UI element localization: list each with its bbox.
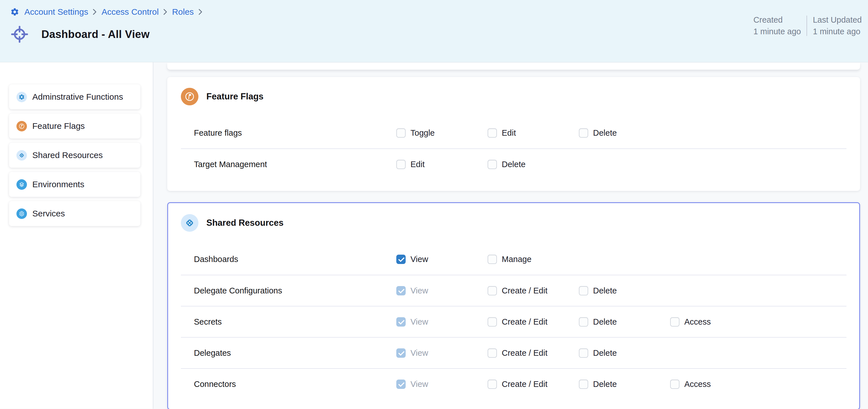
delete-checkbox[interactable] xyxy=(579,286,588,296)
permission-create-edit: Create / Edit xyxy=(488,379,579,389)
create-edit-checkbox[interactable] xyxy=(488,379,497,389)
permission-access: Access xyxy=(670,317,762,327)
resource-row-delegates: DelegatesViewCreate / EditDelete xyxy=(181,337,846,368)
delete-checkbox[interactable] xyxy=(579,379,588,389)
manage-checkbox[interactable] xyxy=(488,254,497,264)
create-edit-checkbox[interactable] xyxy=(488,348,497,358)
permission-label[interactable]: View xyxy=(410,254,428,264)
chevron-right-icon xyxy=(93,8,97,15)
permission-label[interactable]: Edit xyxy=(410,160,425,169)
permission-label[interactable]: Delete xyxy=(593,317,617,327)
crosshair-icon xyxy=(10,25,29,44)
section-title: Shared Resources xyxy=(206,218,283,228)
permission-label[interactable]: Access xyxy=(684,379,711,389)
sidebar-item-feature-flags[interactable]: Feature Flags xyxy=(9,113,140,138)
permission-label[interactable]: Delete xyxy=(593,128,617,138)
view-checkbox xyxy=(396,286,406,296)
edit-checkbox[interactable] xyxy=(488,128,497,138)
delete-checkbox[interactable] xyxy=(579,348,588,358)
delete-checkbox[interactable] xyxy=(488,160,497,169)
permission-label[interactable]: Delete xyxy=(502,160,526,169)
permission-label[interactable]: Create / Edit xyxy=(502,379,548,389)
permission-delete: Delete xyxy=(579,317,670,327)
sidebar: Adminstrative FunctionsFeature FlagsShar… xyxy=(0,62,153,409)
permission-create-edit: Create / Edit xyxy=(488,348,579,358)
resource-label: Feature flags xyxy=(194,128,396,138)
edit-checkbox[interactable] xyxy=(396,160,406,169)
resource-row-target-management: Target ManagementEditDelete xyxy=(181,148,846,179)
resource-label: Delegate Configurations xyxy=(194,286,396,296)
permission-view: View xyxy=(396,254,488,264)
permission-view: View xyxy=(396,317,488,327)
sidebar-item-label: Feature Flags xyxy=(32,121,85,131)
permission-label[interactable]: Delete xyxy=(593,379,617,389)
permission-label[interactable]: Manage xyxy=(502,254,531,264)
created-updated-panel: Created1 minute agoLast Updated1 minute … xyxy=(748,14,867,37)
hexagon-icon xyxy=(17,208,27,219)
section-header: Shared Resources xyxy=(181,213,846,232)
sidebar-item-services[interactable]: Services xyxy=(9,201,140,226)
delete-checkbox[interactable] xyxy=(579,317,588,327)
permission-delete: Delete xyxy=(579,128,670,138)
permission-create-edit: Create / Edit xyxy=(488,286,579,296)
permission-label[interactable]: Delete xyxy=(593,286,617,296)
sidebar-item-shared-resources[interactable]: Shared Resources xyxy=(9,143,140,168)
section-title: Feature Flags xyxy=(206,92,264,102)
meta-last-updated: Last Updated1 minute ago xyxy=(807,14,867,37)
resource-label: Delegates xyxy=(194,348,396,358)
resource-label: Connectors xyxy=(194,379,396,389)
section-header: Feature Flags xyxy=(181,87,846,106)
page-title: Dashboard - All View xyxy=(41,28,150,40)
view-checkbox xyxy=(396,317,406,327)
permission-label[interactable]: Create / Edit xyxy=(502,286,548,296)
breadcrumb-link-roles[interactable]: Roles xyxy=(172,7,194,17)
breadcrumb-link-access-control[interactable]: Access Control xyxy=(101,7,159,17)
resource-row-feature-flags: Feature flagsToggleEditDelete xyxy=(181,117,846,148)
layers-icon xyxy=(17,179,27,190)
access-checkbox[interactable] xyxy=(670,379,680,389)
resource-label: Secrets xyxy=(194,317,396,327)
permission-label[interactable]: View xyxy=(410,286,428,296)
view-checkbox xyxy=(396,379,406,389)
sidebar-item-adminstrative-functions[interactable]: Adminstrative Functions xyxy=(9,84,140,109)
permission-rows: DashboardsViewManageDelegate Configurati… xyxy=(181,244,846,399)
chevron-right-icon xyxy=(163,8,167,15)
access-checkbox[interactable] xyxy=(670,317,680,327)
flag-icon xyxy=(17,121,27,131)
meta-created: Created1 minute ago xyxy=(748,14,807,37)
permission-label[interactable]: Create / Edit xyxy=(502,317,548,327)
sidebar-item-label: Shared Resources xyxy=(32,150,103,160)
sidebar-item-environments[interactable]: Environments xyxy=(9,172,140,197)
view-checkbox[interactable] xyxy=(396,254,406,264)
permission-label[interactable]: View xyxy=(410,348,428,358)
permission-label[interactable]: Delete xyxy=(593,348,617,358)
resource-row-secrets: SecretsViewCreate / EditDeleteAccess xyxy=(181,306,846,337)
delete-checkbox[interactable] xyxy=(579,128,588,138)
create-edit-checkbox[interactable] xyxy=(488,317,497,327)
create-edit-checkbox[interactable] xyxy=(488,286,497,296)
permission-label[interactable]: Edit xyxy=(502,128,516,138)
permission-view: View xyxy=(396,348,488,358)
meta-label: Created xyxy=(753,14,801,26)
cube-icon xyxy=(17,150,27,161)
toggle-checkbox[interactable] xyxy=(396,128,406,138)
meta-value: 1 minute ago xyxy=(813,26,862,37)
scrolled-card-edge xyxy=(167,63,860,70)
chevron-right-icon xyxy=(198,8,203,15)
permission-label[interactable]: Toggle xyxy=(410,128,435,138)
resource-row-dashboards: DashboardsViewManage xyxy=(181,244,846,275)
permission-label[interactable]: View xyxy=(410,379,428,389)
permission-label[interactable]: Create / Edit xyxy=(502,348,548,358)
resource-row-connectors: ConnectorsViewCreate / EditDeleteAccess xyxy=(181,368,846,399)
permission-edit: Edit xyxy=(488,128,579,138)
permission-delete: Delete xyxy=(488,160,579,169)
resource-label: Target Management xyxy=(194,160,396,169)
permission-label[interactable]: View xyxy=(410,317,428,327)
permission-delete: Delete xyxy=(579,379,670,389)
meta-value: 1 minute ago xyxy=(753,26,801,37)
permission-label[interactable]: Access xyxy=(684,317,711,327)
view-checkbox xyxy=(396,348,406,358)
breadcrumb-link-account-settings[interactable]: Account Settings xyxy=(24,7,88,17)
permission-manage: Manage xyxy=(488,254,579,264)
section-card-feature-flags: Feature FlagsFeature flagsToggleEditDele… xyxy=(167,77,860,191)
